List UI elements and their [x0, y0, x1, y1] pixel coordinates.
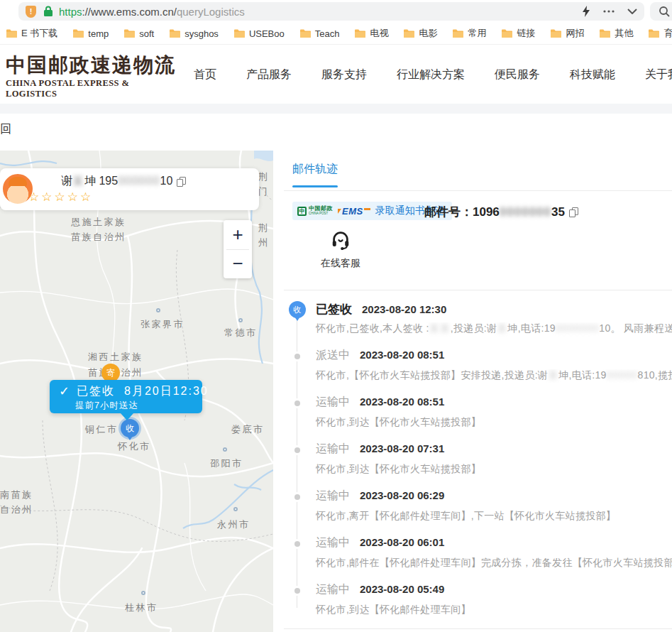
folder-icon	[72, 28, 84, 38]
ems-logo[interactable]: 中国邮政速递物流 CHINA POSTAL EXPRESS & LOGISTIC…	[6, 54, 183, 99]
map-region-label: 邵阳市	[210, 456, 243, 471]
bookmark-item[interactable]: 电视	[354, 27, 388, 40]
copy-mailno-icon[interactable]	[569, 207, 578, 217]
tracking-map[interactable]: 恩施土家族 苗族自治州荆门荆州张家界市常德市湘西土家族苗族自治州铜仁市怀化市娄底…	[0, 151, 273, 632]
courier-name-phone: 谢某坤 19500000010	[61, 174, 185, 189]
timeline-entry: 运输中 2023-08-20 06:29 怀化市,离开【怀化邮件处理车间】,下一…	[289, 489, 672, 524]
delivery-status-bubble: ✓ 已签收 8月20日12:30 提前7小时送达	[50, 380, 202, 413]
timeline-time: 2023-08-20 12:30	[362, 303, 446, 315]
folder-icon	[354, 28, 366, 38]
nav-item[interactable]: 关于我们	[645, 67, 672, 82]
timeline-time: 2023-08-20 06:01	[360, 536, 444, 548]
folder-icon	[648, 28, 660, 38]
courier-name-text: 谢某坤 19500000010	[61, 174, 172, 189]
folder-icon	[403, 28, 415, 38]
timeline-entry-header: 运输中 2023-08-20 06:29	[316, 489, 672, 504]
timeline-detail: 怀化市,已签收,本人签收 :某某,投递员:谢某坤,电话:19000000010。…	[316, 322, 672, 337]
lightning-icon[interactable]	[582, 6, 590, 17]
timeline-marker	[294, 354, 300, 359]
bookmark-item[interactable]: 网招	[550, 27, 584, 40]
timeline-status: 运输中	[316, 489, 350, 503]
bookmark-item[interactable]: sysghos	[169, 28, 219, 39]
bookmark-item[interactable]: 其他	[599, 27, 633, 40]
map-region-label: 荆门	[258, 169, 273, 199]
bookmark-item[interactable]: 育儿	[648, 27, 672, 40]
bookmark-item[interactable]: Teach	[299, 28, 340, 39]
timeline-detail: 怀化市,离开【怀化邮件处理车间】,下一站【怀化市火车站揽投部】	[316, 510, 672, 524]
nav-item[interactable]: 科技赋能	[570, 67, 615, 82]
timeline-detail: 怀化市,到达【怀化邮件处理车间】	[316, 604, 672, 618]
map-city-dot	[141, 591, 145, 595]
bookmark-item[interactable]: temp	[72, 28, 109, 39]
zoom-in-button[interactable]: +	[224, 220, 252, 249]
bookmark-item[interactable]: E 书下载	[6, 27, 57, 40]
url-text[interactable]: https://www.ems.com.cn/queryLogistics	[59, 6, 573, 18]
zoom-out-button[interactable]: −	[224, 250, 252, 279]
timeline-detail: 怀化市,【怀化市火车站揽投部】安排投递,投递员:谢某坤,电话:190000081…	[316, 369, 672, 383]
headset-icon	[330, 229, 351, 253]
copy-phone-icon[interactable]	[177, 177, 185, 187]
timeline-status: 运输中	[316, 535, 350, 550]
map-region-label: 荆州	[258, 220, 273, 250]
bookmark-label: temp	[88, 28, 109, 39]
bookmark-item[interactable]: 常用	[452, 27, 486, 40]
panel-divider	[284, 628, 672, 629]
timeline-marker	[294, 401, 300, 406]
folder-icon	[550, 28, 562, 38]
bookmark-label: Teach	[315, 28, 340, 39]
bookmark-item[interactable]: 链接	[501, 27, 535, 40]
courier-info-card[interactable]: 谢某坤 19500000010 ☆☆☆☆☆	[0, 168, 259, 210]
timeline-status: 运输中	[316, 442, 350, 457]
timeline-marker	[294, 494, 300, 500]
bookmark-label: 电影	[419, 27, 437, 40]
folder-icon	[6, 28, 18, 38]
bookmark-item[interactable]: USEBoo	[233, 28, 285, 39]
back-button[interactable]: 回	[0, 122, 11, 137]
timeline-entry: 派送中 2023-08-20 08:51 怀化市,【怀化市火车站揽投部】安排投递…	[289, 348, 672, 383]
more-options-icon[interactable]	[603, 10, 615, 13]
browser-search-button[interactable]	[650, 2, 672, 21]
timeline-time: 2023-08-20 05:49	[360, 583, 444, 595]
china-post-cn: 中国邮政	[309, 206, 333, 212]
timeline-detail: 怀化市,到达【怀化市火车站揽投部】	[316, 463, 672, 477]
nav-item[interactable]: 便民服务	[495, 67, 540, 82]
map-region-label: 湘西土家族	[88, 349, 143, 364]
tab-active-underline	[292, 185, 338, 187]
ems-tracking-page: ! https://www.ems.com.cn/queryLogistics …	[0, 0, 672, 632]
bookmark-label: 网招	[566, 27, 584, 40]
china-post-mark-icon: 中	[297, 207, 307, 216]
online-service[interactable]: 在线客服	[312, 229, 369, 270]
timeline-status: 已签收	[316, 301, 352, 317]
timeline-entry-header: 运输中 2023-08-20 07:31	[316, 442, 672, 457]
folder-icon	[501, 28, 513, 38]
logo-chinese: 中国邮政速递物流	[6, 54, 183, 77]
url-scheme: https	[59, 6, 82, 18]
logo-english: CHINA POSTAL EXPRESS & LOGISTICS	[6, 78, 183, 99]
timeline-entry-header: 派送中 2023-08-20 08:51	[316, 348, 672, 364]
timeline-detail: 怀化市,到达【怀化市火车站揽投部】	[316, 416, 672, 430]
bookmark-item[interactable]: 电影	[403, 27, 437, 40]
nav-item[interactable]: 行业解决方案	[397, 67, 465, 82]
china-post-logo: 中 中国邮政 CHINA POST	[297, 206, 333, 216]
site-warning-shield-icon[interactable]: !	[26, 6, 36, 18]
url-host: ://www.ems.com.cn/	[82, 6, 177, 18]
address-bar[interactable]: ! https://www.ems.com.cn/queryLogistics	[18, 2, 644, 21]
nav-item[interactable]: 首页	[194, 67, 216, 82]
chevron-down-icon[interactable]	[627, 9, 637, 14]
map-city-dot	[233, 507, 238, 511]
address-bar-actions	[582, 6, 637, 17]
folder-icon	[599, 28, 611, 38]
courier-rating-stars: ☆☆☆☆☆	[28, 190, 93, 205]
receiver-map-marker[interactable]: 收	[121, 419, 139, 437]
nav-item[interactable]: 产品服务	[246, 67, 292, 82]
map-region-label: 怀化市	[118, 439, 151, 454]
timeline-time: 2023-08-20 06:29	[360, 489, 444, 501]
bookmark-item[interactable]: soft	[123, 28, 154, 39]
folder-icon	[452, 28, 464, 38]
folder-icon	[169, 28, 181, 38]
nav-item[interactable]: 服务支持	[321, 67, 367, 82]
timeline-time: 2023-08-20 08:51	[360, 396, 444, 408]
folder-icon	[299, 28, 312, 38]
tab-mail-track[interactable]: 邮件轨迹	[292, 162, 338, 184]
bookmark-label: E 书下载	[21, 27, 57, 40]
